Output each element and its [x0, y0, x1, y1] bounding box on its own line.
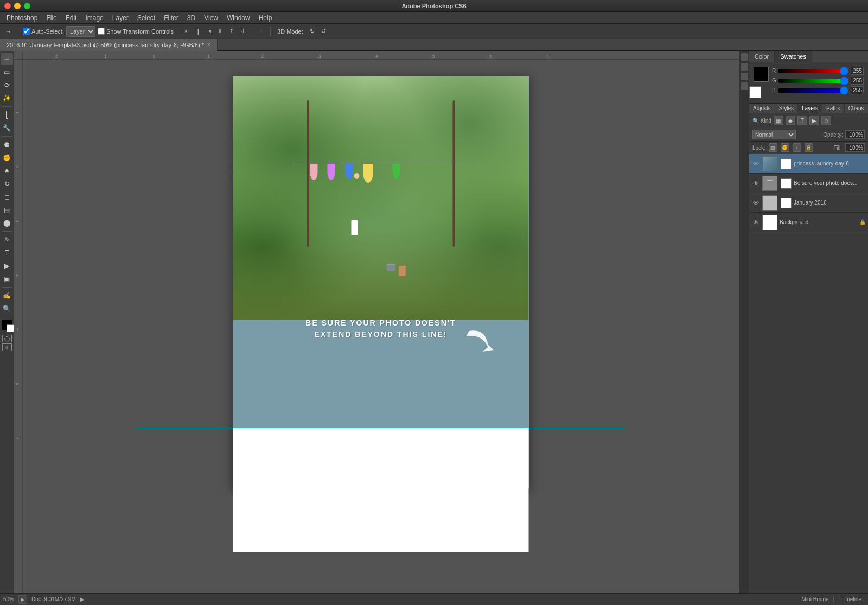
lasso-tool[interactable]: ⟳ — [1, 79, 13, 91]
tab-adjusts[interactable]: Adjusts — [749, 104, 775, 113]
menu-item-3d[interactable]: 3D — [183, 13, 200, 23]
maximize-button[interactable] — [24, 3, 30, 9]
rotate-icon[interactable]: ↻ — [308, 27, 317, 36]
pen-tool[interactable]: ✎ — [1, 234, 13, 246]
menu-item-help[interactable]: Help — [254, 13, 277, 23]
show-transform-checkbox[interactable] — [98, 28, 105, 35]
foreground-color-swatch[interactable] — [2, 320, 12, 330]
screen-mode-btn[interactable]: ▯ — [2, 343, 12, 351]
background-color[interactable] — [749, 86, 761, 98]
lock-position-btn[interactable]: ↕ — [793, 143, 801, 152]
text-tool[interactable]: T — [1, 247, 13, 259]
zoom-tool[interactable]: 🔍 — [1, 303, 13, 315]
zoom-icon[interactable]: ▶ — [18, 595, 27, 604]
background-color-swatch[interactable] — [7, 324, 14, 332]
dress-pink — [310, 164, 317, 180]
tree-left — [307, 100, 309, 247]
layer-visibility-toggle[interactable]: 👁 — [751, 199, 760, 207]
tab-styles[interactable]: Styles — [775, 104, 798, 113]
doc-tab[interactable]: 2016-01-January-template3.psd @ 50% (pri… — [0, 39, 218, 51]
gradient-tool[interactable]: ▤ — [1, 204, 13, 216]
g-slider[interactable] — [778, 79, 848, 83]
lock-transparent-btn[interactable]: ▧ — [769, 143, 777, 152]
menu-item-filter[interactable]: Filter — [159, 13, 183, 23]
layer-dropdown[interactable]: Layer — [66, 26, 95, 37]
heal-tool[interactable]: ⚈ — [1, 139, 13, 151]
show-transform-label: Show Transform Controls — [98, 28, 174, 35]
layer-item[interactable]: 👁Background🔒 — [749, 213, 868, 232]
menu-item-layer[interactable]: Layer — [108, 13, 133, 23]
align-right-icon[interactable]: ⇥ — [204, 27, 213, 36]
person-head — [354, 173, 360, 179]
align-top-icon[interactable]: ⇧ — [215, 27, 225, 36]
layer-item[interactable]: 👁princess-laundry-day-6 — [749, 154, 868, 174]
mini-bridge-tab[interactable]: Mini Bridge — [802, 596, 834, 602]
tab-channels[interactable]: Chans — [845, 104, 868, 113]
dodge-tool[interactable]: ⬤ — [1, 217, 13, 229]
fill-input[interactable] — [845, 143, 865, 152]
canvas-area[interactable]: 2 1 0 1 2 3 4 5 6 7 1 2 3 4 5 6 7 — [14, 51, 739, 593]
layer-visibility-toggle[interactable]: 👁 — [751, 179, 760, 188]
filter-type-btn[interactable]: T — [797, 116, 807, 125]
filter-shape-btn[interactable]: ▶ — [809, 116, 819, 125]
roll-icon[interactable]: ↺ — [319, 27, 328, 36]
tab-paths[interactable]: Paths — [822, 104, 845, 113]
path-select-tool[interactable]: ▶ — [1, 260, 13, 272]
brush-tool[interactable]: ✊ — [1, 152, 13, 164]
mini-icon-3[interactable] — [741, 73, 748, 80]
document-canvas[interactable]: BE SURE YOUR PHOTO DOESN'T EXTEND BEYOND… — [23, 60, 739, 593]
align-center-icon[interactable]: ‖ — [194, 27, 202, 36]
menu-item-window[interactable]: Window — [222, 13, 254, 23]
shape-tool[interactable]: ▣ — [1, 273, 13, 285]
doc-tab-label: 2016-01-January-template3.psd @ 50% (pri… — [7, 42, 204, 48]
move-tool[interactable]: → — [1, 53, 13, 65]
tab-layers[interactable]: Layers — [798, 104, 822, 113]
mini-icon-4[interactable] — [741, 82, 748, 90]
tab-swatches[interactable]: Swatches — [775, 51, 812, 62]
tab-color[interactable]: Color — [749, 51, 775, 62]
filter-adjust-btn[interactable]: ◆ — [786, 116, 795, 125]
select-tool[interactable]: ▭ — [1, 66, 13, 78]
menu-item-image[interactable]: Image — [81, 13, 107, 23]
menu-item-select[interactable]: Select — [133, 13, 159, 23]
menu-item-photoshop[interactable]: Photoshop — [2, 13, 42, 23]
filter-pixel-btn[interactable]: ▦ — [774, 116, 783, 125]
lock-all-btn[interactable]: 🔒 — [805, 143, 813, 152]
lock-pixels-btn[interactable]: ✊ — [781, 143, 789, 152]
history-tool[interactable]: ↻ — [1, 178, 13, 190]
layer-visibility-toggle[interactable]: 👁 — [751, 160, 760, 168]
eraser-tool[interactable]: ◻ — [1, 191, 13, 203]
layer-item[interactable]: 👁textBe sure your photo does... — [749, 174, 868, 193]
filter-smart-btn[interactable]: ☺ — [821, 116, 831, 125]
doc-tab-close[interactable]: × — [207, 42, 210, 48]
timeline-tab[interactable]: Timeline — [837, 596, 861, 602]
mini-icon-2[interactable] — [741, 63, 748, 71]
app-title: Adobe Photoshop CS6 — [401, 3, 466, 9]
blend-mode-select[interactable]: Normal — [752, 130, 796, 139]
layer-visibility-toggle[interactable]: 👁 — [751, 218, 760, 227]
crop-tool[interactable]: ⎣ — [1, 109, 13, 121]
minimize-button[interactable] — [14, 3, 21, 9]
close-button[interactable] — [4, 3, 11, 9]
doc-info-arrow[interactable]: ▶ — [80, 596, 85, 602]
clone-tool[interactable]: ♣ — [1, 165, 13, 177]
distribute-icon[interactable]: ❘ — [257, 27, 266, 36]
auto-select-checkbox[interactable] — [23, 28, 30, 35]
align-bottom-icon[interactable]: ⇩ — [238, 27, 247, 36]
wand-tool[interactable]: ✨ — [1, 92, 13, 104]
eyedropper-tool[interactable]: 🔧 — [1, 122, 13, 134]
mini-icon-1[interactable] — [741, 53, 748, 61]
layer-item[interactable]: 👁January 2016 — [749, 193, 868, 213]
tool-move[interactable]: → — [3, 27, 14, 36]
hand-tool[interactable]: ✍ — [1, 290, 13, 302]
foreground-color[interactable] — [754, 67, 769, 82]
b-slider[interactable] — [778, 88, 848, 93]
r-slider[interactable] — [778, 69, 848, 73]
align-left-icon[interactable]: ⇤ — [183, 27, 192, 36]
align-middle-icon[interactable]: ⇡ — [227, 27, 236, 36]
menu-item-file[interactable]: File — [42, 13, 61, 23]
menu-item-edit[interactable]: Edit — [61, 13, 81, 23]
menu-item-view[interactable]: View — [200, 13, 222, 23]
quick-mask-btn[interactable]: ◯ — [2, 335, 12, 342]
opacity-input[interactable] — [845, 130, 865, 139]
